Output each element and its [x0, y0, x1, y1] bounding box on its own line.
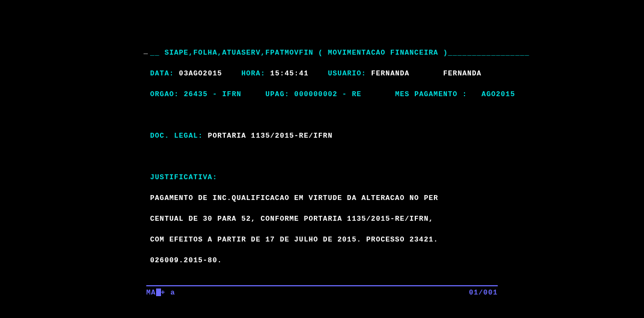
justificativa-l1: PAGAMENTO DE INC.QUALIFICACAO EM VIRTUDE… — [150, 193, 529, 203]
orgao-value: 26435 - IFRN — [184, 90, 242, 98]
data-value: 03AGO2015 — [179, 69, 222, 78]
justificativa-l4: 026009.2015-80. — [150, 255, 529, 266]
header-title: ( MOVIMENTACAO FINANCEIRA ) — [318, 49, 448, 57]
upag-label: UPAG: — [265, 90, 289, 98]
header-path: SIAPE,FOLHA,ATUASERV,FPATMOVFIN — [164, 49, 313, 57]
status-left-pre: MA — [146, 288, 156, 297]
header-line: __ SIAPE,FOLHA,ATUASERV,FPATMOVFIN ( MOV… — [150, 48, 529, 58]
justificativa-label: JUSTIFICATIVA: — [150, 173, 217, 181]
status-cursor-block — [156, 288, 161, 296]
doc-value: PORTARIA 1135/2015-RE/IFRN — [208, 132, 333, 140]
terminal-content: __ SIAPE,FOLHA,ATUASERV,FPATMOVFIN ( MOV… — [150, 37, 529, 318]
terminal-screen: _ __ SIAPE,FOLHA,ATUASERV,FPATMOVFIN ( M… — [0, 0, 644, 318]
info-row-1: DATA: 03AGO2015 HORA: 15:45:41 USUARIO: … — [150, 68, 529, 79]
status-left-post: + a — [161, 288, 175, 297]
line-marker: _ — [144, 47, 148, 55]
orgao-label: ORGAO: — [150, 90, 179, 98]
mes-label: MES PAGAMENTO : — [395, 90, 467, 98]
doc-label: DOC. LEGAL: — [150, 132, 203, 140]
usuario-value: FERNANDA — [371, 69, 409, 78]
justificativa-l3: COM EFEITOS A PARTIR DE 17 DE JULHO DE 2… — [150, 234, 529, 245]
status-bar: MA+ a 01/001 — [146, 285, 498, 297]
usuario-extra: FERNANDA — [443, 69, 481, 78]
status-right: 01/001 — [469, 288, 498, 297]
upag-value: 000000002 - RE — [294, 90, 361, 98]
data-label: DATA: — [150, 69, 174, 78]
hora-value: 15:45:41 — [270, 69, 308, 78]
info-row-2: ORGAO: 26435 - IFRN UPAG: 000000002 - RE… — [150, 89, 529, 99]
mes-value: AGO2015 — [481, 90, 515, 98]
doc-line: DOC. LEGAL: PORTARIA 1135/2015-RE/IFRN — [150, 131, 529, 141]
justificativa-l2: CENTUAL DE 30 PARA 52, CONFORME PORTARIA… — [150, 214, 529, 224]
status-left: MA+ a — [146, 288, 175, 297]
hora-label: HORA: — [241, 69, 265, 78]
usuario-label: USUARIO: — [328, 69, 366, 78]
